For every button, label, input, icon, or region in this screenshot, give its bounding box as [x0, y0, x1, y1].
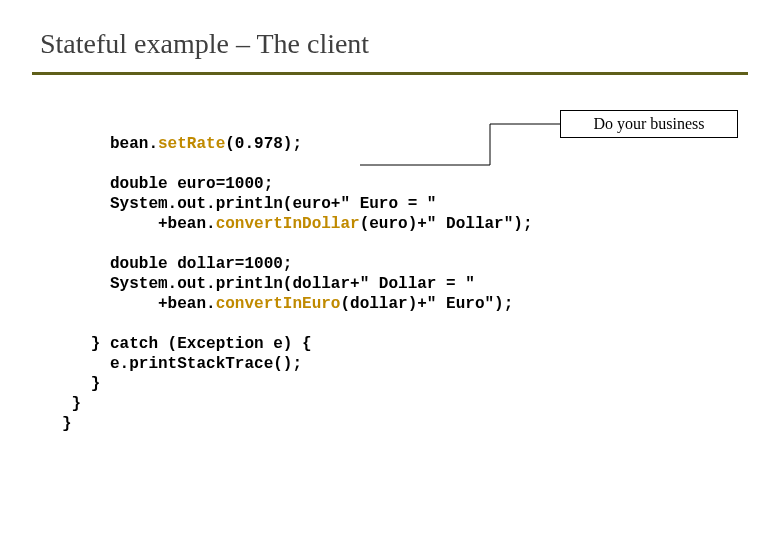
title-underline: [32, 72, 748, 75]
code-line: }: [62, 395, 81, 413]
code-line: +bean.convertInDollar(euro)+" Dollar");: [62, 215, 532, 233]
code-line: }: [62, 375, 100, 393]
method-setrate: setRate: [158, 135, 225, 153]
page-title: Stateful example – The client: [40, 28, 369, 60]
code-line: bean.setRate(0.978);: [62, 135, 302, 153]
method-convertineuro: convertInEuro: [216, 295, 341, 313]
code-line: e.printStackTrace();: [62, 355, 302, 373]
method-convertindollar: convertInDollar: [216, 215, 360, 233]
code-line: }: [62, 415, 72, 433]
code-line: } catch (Exception e) {: [62, 335, 312, 353]
slide: Stateful example – The client Do your bu…: [0, 0, 780, 540]
code-line: double euro=1000;: [62, 175, 273, 193]
code-line: +bean.convertInEuro(dollar)+" Euro");: [62, 295, 513, 313]
code-block: bean.setRate(0.978); double euro=1000; S…: [62, 114, 532, 434]
callout-box: Do your business: [560, 110, 738, 138]
code-line: double dollar=1000;: [62, 255, 292, 273]
code-line: System.out.println(dollar+" Dollar = ": [62, 275, 475, 293]
code-line: System.out.println(euro+" Euro = ": [62, 195, 436, 213]
